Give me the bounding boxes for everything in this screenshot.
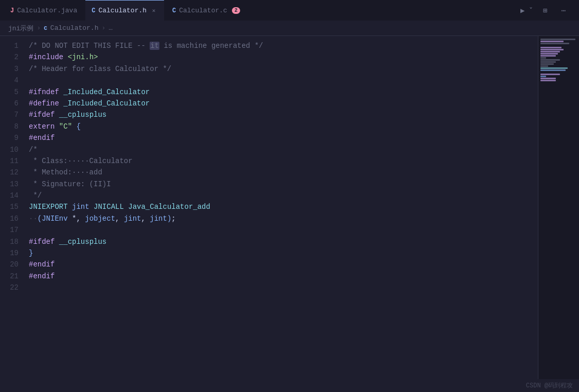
line-number-13: 13 [10,179,19,190]
line-number-1: 1 [14,40,19,51]
code-line-10: /* [29,144,533,155]
code-line-1: /* DO NOT EDIT THIS FILE -- it is machin… [29,40,533,51]
line-numbers: 12345678910111213141516171819202122 [0,36,25,392]
line-number-6: 6 [14,98,19,109]
footer: CSDN @码到程攻 [520,379,579,392]
footer-label: CSDN @码到程攻 [526,382,573,389]
tab-close-h[interactable]: ✕ [150,7,158,15]
code-line-6: #define _Included_Calculator [29,98,533,109]
line-number-14: 14 [10,190,19,201]
code-line-4 [29,75,533,86]
code-line-14: */ [29,190,533,201]
code-line-19: } [29,247,533,259]
tab-label-c: Calculator.c [179,7,227,14]
minimap-content [538,36,579,86]
line-number-18: 18 [10,236,19,247]
code-line-7: #ifdef __cplusplus [29,109,533,120]
code-line-16: ··(JNIEnv *, jobject, jint, jint); [29,213,533,224]
code-line-18: #ifdef __cplusplus [29,236,533,247]
line-number-19: 19 [10,247,19,259]
line-number-16: 16 [10,213,19,224]
line-number-21: 21 [10,271,19,282]
tab-label-h: Calculator.h [98,7,147,14]
breadcrumb-sep1: › [37,24,41,32]
line-number-4: 4 [14,75,19,86]
c-icon-h: C [92,7,95,14]
code-line-20: #endif [29,259,533,270]
tab-calculator-h[interactable]: C Calculator.h ✕ [85,0,164,21]
tab-calculator-java[interactable]: J Calculator.java [4,0,83,21]
minimap [538,36,579,392]
run-button[interactable]: ▶ ˅ [519,3,534,17]
breadcrumb-file-icon: C [44,25,47,31]
code-line-11: * Class:·····Calculator [29,155,533,167]
unsaved-badge: 2 [232,7,240,14]
breadcrumb-sep2: › [101,24,105,32]
titlebar: J Calculator.java C Calculator.h ✕ C Cal… [0,0,579,21]
code-line-17 [29,224,533,236]
code-line-2: #include <jni.h> [29,51,533,63]
tab-label-java: Calculator.java [17,7,77,14]
breadcrumb: jni示例 › C Calculator.h › … [0,21,579,36]
editor-area: 12345678910111213141516171819202122 /* D… [0,36,579,392]
code-line-21: #endif [29,271,533,282]
code-line-3: /* Header for class Calculator */ [29,63,533,75]
breadcrumb-project[interactable]: jni示例 [8,24,33,33]
line-number-11: 11 [10,155,19,167]
code-line-13: * Signature: (II)I [29,179,533,190]
code-line-5: #ifndef _Included_Calculator [29,86,533,98]
line-number-10: 10 [10,144,19,155]
code-line-12: * Method:····add [29,167,533,178]
breadcrumb-file[interactable]: Calculator.h [50,24,99,32]
code-line-9: #endif [29,132,533,144]
line-number-2: 2 [14,51,19,63]
c-icon-c: C [172,7,176,14]
line-number-5: 5 [14,86,19,98]
line-number-9: 9 [14,132,19,144]
java-icon: J [10,7,14,14]
line-number-22: 22 [10,282,19,293]
line-number-17: 17 [10,224,19,236]
titlebar-actions: ▶ ˅ ⊞ ⋯ [515,3,575,17]
line-number-15: 15 [10,201,19,212]
code-line-22 [29,282,533,293]
code-line-15: JNIEXPORT jint JNICALL Java_Calculator_a… [29,201,533,212]
tab-calculator-c[interactable]: C Calculator.c 2 [166,0,246,21]
line-number-8: 8 [14,121,19,132]
line-number-7: 7 [14,109,19,120]
code-line-8: extern "C" { [29,121,533,132]
more-button[interactable]: ⋯ [556,3,571,17]
code-editor[interactable]: /* DO NOT EDIT THIS FILE -- it is machin… [25,36,579,392]
line-number-12: 12 [10,167,19,178]
line-number-20: 20 [10,259,19,270]
breadcrumb-more[interactable]: … [108,24,113,32]
layout-button[interactable]: ⊞ [538,3,552,17]
line-number-3: 3 [14,63,19,75]
